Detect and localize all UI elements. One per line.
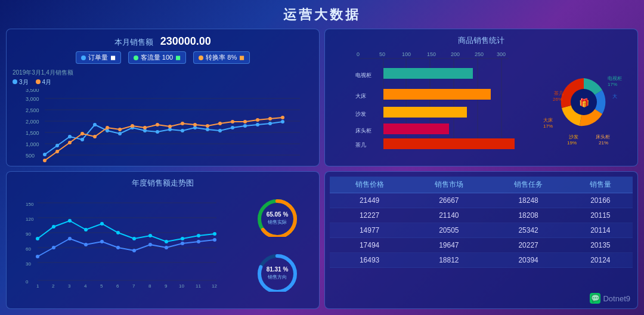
svg-rect-97	[383, 123, 449, 134]
svg-point-29	[218, 129, 222, 132]
svg-text:茶几: 茶几	[355, 142, 366, 148]
svg-point-127	[84, 228, 88, 231]
svg-point-35	[43, 159, 47, 162]
svg-text:30: 30	[26, 261, 31, 267]
svg-text:8: 8	[148, 283, 151, 289]
svg-point-126	[68, 219, 72, 223]
svg-text:大床: 大床	[543, 118, 553, 123]
svg-text:50: 50	[379, 51, 385, 57]
svg-text:沙发: 沙发	[355, 111, 366, 117]
svg-rect-95	[383, 89, 491, 100]
top-left-title: 本月销售额 230000.00	[13, 35, 313, 48]
gauges-area: 65.05 % 销售实际 81.31 % 销售方向	[242, 189, 313, 294]
svg-text:300: 300	[497, 51, 506, 57]
watermark: 💬 Dotnet9	[590, 293, 630, 304]
svg-text:12: 12	[212, 283, 217, 289]
svg-point-47	[193, 123, 197, 126]
svg-text:90: 90	[26, 231, 31, 237]
metrics-row: 订单量 ◼ 客流量 100 ◼ 转换率 8% ◼	[13, 51, 313, 64]
svg-text:60: 60	[26, 246, 31, 252]
svg-point-125	[52, 225, 55, 228]
table-row: 16493188122039420124	[330, 253, 633, 268]
svg-text:2,500: 2,500	[26, 107, 39, 113]
metric-conversion: 转换率 8% ◼	[193, 51, 250, 64]
line-chart-label: 2019年3月1,4月销售额	[13, 69, 313, 77]
metric-order: 订单量 ◼	[76, 51, 121, 64]
svg-text:销售实际: 销售实际	[267, 220, 287, 225]
top-right-panel: 商品销售统计 0 50 100 150 200 250 300	[324, 29, 638, 166]
svg-text:2,000: 2,000	[26, 119, 39, 125]
col-header-qty: 销售量	[568, 177, 633, 193]
donut-area: 🎁 电视柜 17% 大 沙发 19% 大床 17% 床头柜 21% 茶几 26%	[536, 50, 631, 157]
svg-text:0: 0	[357, 51, 360, 57]
svg-point-41	[118, 128, 122, 131]
svg-text:3,000: 3,000	[26, 96, 39, 102]
table-row: 17494196472022720135	[330, 238, 633, 253]
svg-text:3: 3	[68, 283, 71, 289]
table-row: 12227211401820820115	[330, 208, 633, 223]
svg-text:床头柜: 床头柜	[355, 128, 371, 134]
svg-text:19%: 19%	[567, 140, 577, 146]
svg-point-53	[268, 117, 272, 121]
svg-point-48	[206, 124, 209, 128]
svg-point-36	[55, 150, 59, 153]
svg-rect-94	[383, 68, 473, 79]
svg-point-46	[181, 122, 184, 125]
svg-point-132	[165, 240, 168, 243]
svg-text:65.05 %: 65.05 %	[267, 211, 289, 218]
svg-point-141	[116, 246, 120, 249]
svg-text:1,000: 1,000	[26, 141, 39, 147]
svg-text:🎁: 🎁	[579, 98, 590, 108]
svg-text:电视柜: 电视柜	[608, 76, 622, 81]
svg-rect-98	[383, 138, 515, 149]
svg-point-137	[52, 246, 55, 249]
svg-text:120: 120	[26, 217, 34, 222]
svg-text:11: 11	[196, 283, 201, 289]
svg-point-43	[143, 126, 147, 129]
svg-text:9: 9	[165, 283, 168, 289]
table-row: 14977205052534220114	[330, 223, 633, 238]
top-left-panel: 本月销售额 230000.00 订单量 ◼ 客流量 100 ◼ 转换率 8% ◼…	[6, 29, 320, 166]
col-header-task: 销售任务	[488, 177, 568, 193]
bottom-left-title: 年度销售额走势图	[13, 178, 313, 189]
svg-text:大: 大	[612, 94, 617, 99]
trend-container: 0 30 60 90 120 150	[13, 192, 313, 291]
svg-point-142	[132, 249, 136, 252]
svg-point-50	[231, 120, 234, 123]
watermark-text: Dotnet9	[603, 294, 630, 303]
top-right-title: 商品销售统计	[331, 35, 631, 46]
svg-point-38	[80, 132, 84, 135]
svg-text:茶几: 茶几	[554, 91, 564, 96]
line-chart-legend: 3月 4月	[13, 78, 313, 87]
svg-point-129	[116, 231, 120, 234]
svg-text:5: 5	[100, 283, 103, 289]
svg-text:2: 2	[52, 283, 55, 289]
svg-point-146	[197, 240, 200, 243]
svg-text:0: 0	[26, 279, 29, 285]
page-title: 运营大数据	[0, 0, 644, 29]
svg-text:250: 250	[475, 51, 484, 57]
svg-point-33	[268, 122, 272, 125]
svg-point-40	[106, 126, 109, 129]
svg-point-147	[213, 238, 216, 242]
svg-point-17	[68, 135, 72, 138]
svg-point-49	[218, 122, 222, 125]
bar-chart-area: 0 50 100 150 200 250 300 电视柜	[331, 50, 531, 157]
dashboard-grid: 本月销售额 230000.00 订单量 ◼ 客流量 100 ◼ 转换率 8% ◼…	[0, 29, 644, 315]
svg-point-145	[181, 242, 184, 245]
metric-traffic: 客流量 100 ◼	[128, 51, 186, 64]
svg-text:床头柜: 床头柜	[596, 134, 610, 140]
svg-point-39	[93, 135, 97, 138]
svg-point-18	[80, 138, 84, 141]
svg-text:21%: 21%	[599, 140, 608, 146]
svg-text:1,500: 1,500	[26, 130, 39, 136]
data-table: 销售价格 销售市场 销售任务 销售量 214492666718248201661…	[330, 177, 633, 268]
svg-text:3,500: 3,500	[26, 89, 39, 93]
col-header-price: 销售价格	[330, 177, 409, 193]
svg-text:10: 10	[179, 283, 184, 289]
svg-text:销售方向: 销售方向	[267, 274, 287, 280]
svg-point-143	[148, 243, 152, 246]
trend-chart: 0 30 60 90 120 150	[13, 191, 236, 292]
svg-point-45	[168, 125, 172, 128]
svg-point-42	[131, 124, 134, 128]
